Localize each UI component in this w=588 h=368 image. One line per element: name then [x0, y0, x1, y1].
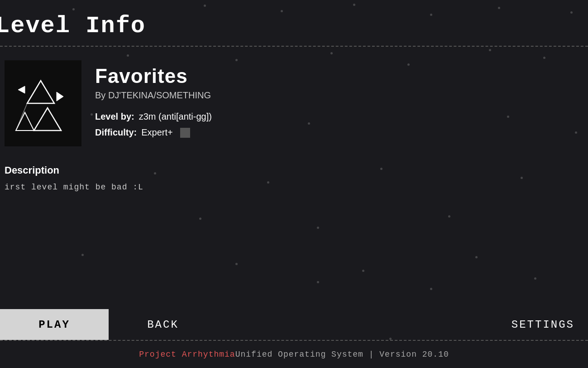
- footer-brand: Project Arrhythmia: [139, 350, 235, 359]
- song-artist: By DJ'TEKINA/SOMETHING: [95, 90, 212, 101]
- difficulty-badge-icon: [180, 128, 190, 138]
- back-button[interactable]: BACK: [109, 309, 217, 340]
- footer-version: Unified Operating System | Version 20.10: [235, 350, 449, 359]
- album-art: [5, 60, 81, 146]
- footer: Project Arrhythmia Unified Operating Sys…: [0, 341, 588, 368]
- level-by-value: z3m (anti[anti-gg]): [139, 111, 212, 122]
- svg-marker-2: [34, 108, 61, 131]
- level-details: Favorites By DJ'TEKINA/SOMETHING Level b…: [95, 60, 212, 143]
- main-content: Favorites By DJ'TEKINA/SOMETHING Level b…: [0, 47, 588, 309]
- header-section: Level Info: [0, 0, 588, 47]
- song-title: Favorites: [95, 65, 212, 87]
- settings-button[interactable]: SETTINGS: [498, 309, 588, 340]
- difficulty-value: Expert+: [141, 127, 172, 138]
- play-button[interactable]: PLAY: [0, 309, 109, 340]
- description-title: Description: [5, 165, 579, 176]
- page-title: Level Info: [0, 13, 588, 39]
- level-by-row: Level by: z3m (anti[anti-gg]): [95, 111, 212, 122]
- svg-marker-0: [27, 81, 54, 103]
- difficulty-row: Difficulty: Expert+: [95, 127, 212, 138]
- svg-marker-4: [18, 86, 25, 93]
- description-section: Description irst level might be bad :L: [5, 165, 579, 192]
- svg-marker-3: [57, 92, 63, 101]
- difficulty-label: Difficulty:: [95, 127, 137, 138]
- level-by-label: Level by:: [95, 111, 134, 122]
- svg-line-5: [16, 103, 27, 131]
- description-text: irst level might be bad :L: [5, 183, 579, 192]
- svg-marker-1: [16, 112, 34, 131]
- bottom-bar: PLAY BACK SETTINGS: [0, 309, 588, 340]
- level-top: Favorites By DJ'TEKINA/SOMETHING Level b…: [5, 60, 579, 146]
